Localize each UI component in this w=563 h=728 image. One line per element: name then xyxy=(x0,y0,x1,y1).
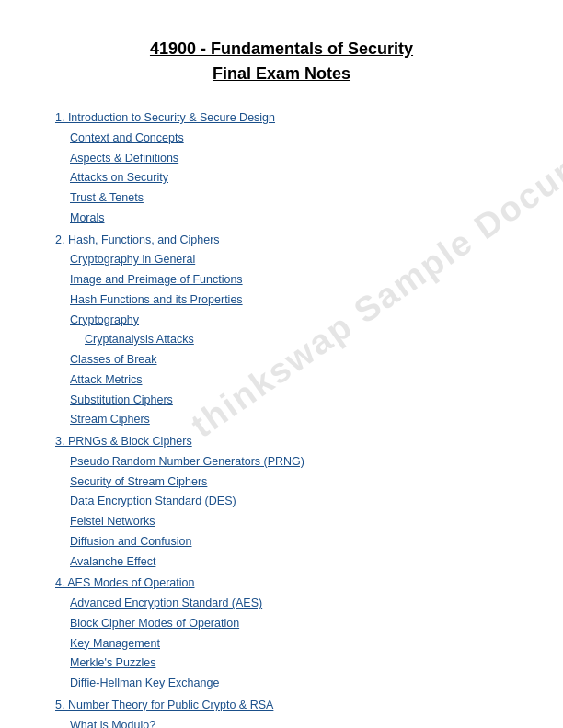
toc-section-5: 5. Number Theory for Public Crypto & RSA xyxy=(55,696,508,714)
list-item: Diffusion and Confusion xyxy=(55,532,508,551)
toc-link[interactable]: Hash Functions and its Properties xyxy=(70,293,243,306)
toc-link[interactable]: Image and Preimage of Functions xyxy=(70,273,243,286)
toc-section-4: 4. AES Modes of Operation xyxy=(55,574,508,592)
list-item: Avalanche Effect xyxy=(55,552,508,571)
list-item: Diffie-Hellman Key Exchange xyxy=(55,674,508,692)
list-item: Block Cipher Modes of Operation xyxy=(55,614,508,632)
list-item: Cryptanalysis Attacks xyxy=(55,330,508,348)
toc-section-3: 3. PRNGs & Block Ciphers xyxy=(55,432,508,450)
list-item: Attack Metrics xyxy=(55,370,508,389)
list-item: Hash Functions and its Properties xyxy=(55,290,508,309)
list-item: Cryptography xyxy=(55,311,508,329)
toc-link[interactable]: Cryptography in General xyxy=(70,253,195,266)
toc-section-3-link[interactable]: 3. PRNGs & Block Ciphers xyxy=(55,435,192,448)
table-of-contents: 1. Introduction to Security & Secure Des… xyxy=(55,108,508,728)
list-item: Morals xyxy=(55,209,508,227)
toc-section-2: 2. Hash, Functions, and Ciphers xyxy=(55,231,508,249)
list-item: Substitution Ciphers xyxy=(55,391,508,409)
toc-link[interactable]: Cryptography xyxy=(70,313,139,326)
list-item: Classes of Break xyxy=(55,350,508,369)
list-item: Image and Preimage of Functions xyxy=(55,270,508,289)
toc-link[interactable]: Classes of Break xyxy=(70,353,156,366)
title-line1: 41900 - Fundamentals of Security xyxy=(150,40,413,58)
list-item: Merkle's Puzzles xyxy=(55,654,508,672)
toc-link[interactable]: Diffusion and Confusion xyxy=(70,535,192,548)
list-item: Stream Ciphers xyxy=(55,410,508,428)
toc-section-2-link[interactable]: 2. Hash, Functions, and Ciphers xyxy=(55,233,220,246)
toc-section-5-link[interactable]: 5. Number Theory for Public Crypto & RSA xyxy=(55,699,273,711)
toc-link[interactable]: Attacks on Security xyxy=(70,171,168,184)
list-item: Feistel Networks xyxy=(55,512,508,530)
toc-link[interactable]: Key Management xyxy=(70,637,160,650)
list-item: Advanced Encryption Standard (AES) xyxy=(55,594,508,612)
toc-link[interactable]: Security of Stream Ciphers xyxy=(70,475,207,488)
list-item: Data Encryption Standard (DES) xyxy=(55,492,508,510)
toc-section-1-link[interactable]: 1. Introduction to Security & Secure Des… xyxy=(55,111,275,124)
list-item: Aspects & Definitions xyxy=(55,149,508,167)
toc-link[interactable]: Aspects & Definitions xyxy=(70,152,178,165)
title-line2: Final Exam Notes xyxy=(213,64,350,83)
toc-section-1: 1. Introduction to Security & Secure Des… xyxy=(55,108,508,127)
toc-link[interactable]: Pseudo Random Number Generators (PRNG) xyxy=(70,455,304,468)
toc-link[interactable]: Diffie-Hellman Key Exchange xyxy=(70,677,219,689)
toc-link[interactable]: Merkle's Puzzles xyxy=(70,656,155,669)
toc-link[interactable]: Substitution Ciphers xyxy=(70,393,173,406)
toc-link[interactable]: Avalanche Effect xyxy=(70,555,155,568)
list-item: Attacks on Security xyxy=(55,168,508,187)
toc-link[interactable]: Advanced Encryption Standard (AES) xyxy=(70,597,262,609)
list-item: Pseudo Random Number Generators (PRNG) xyxy=(55,452,508,471)
list-item: Context and Concepts xyxy=(55,129,508,147)
toc-link[interactable]: Attack Metrics xyxy=(70,373,143,386)
list-item: Cryptography in General xyxy=(55,250,508,268)
toc-link[interactable]: Feistel Networks xyxy=(70,515,155,528)
toc-link[interactable]: Morals xyxy=(70,211,105,224)
page-title: 41900 - Fundamentals of Security Final E… xyxy=(55,37,508,86)
toc-link[interactable]: Stream Ciphers xyxy=(70,413,150,426)
toc-link[interactable]: Context and Concepts xyxy=(70,131,184,144)
list-item: What is Modulo? xyxy=(55,716,508,729)
list-item: Security of Stream Ciphers xyxy=(55,472,508,491)
toc-section-4-link[interactable]: 4. AES Modes of Operation xyxy=(55,576,194,589)
page-container: 41900 - Fundamentals of Security Final E… xyxy=(0,0,563,728)
toc-link[interactable]: Data Encryption Standard (DES) xyxy=(70,495,236,507)
toc-link[interactable]: Trust & Tenets xyxy=(70,191,144,204)
list-item: Trust & Tenets xyxy=(55,188,508,207)
toc-link[interactable]: Cryptanalysis Attacks xyxy=(85,333,194,346)
toc-link[interactable]: Block Cipher Modes of Operation xyxy=(70,617,239,630)
list-item: Key Management xyxy=(55,634,508,653)
toc-link[interactable]: What is Modulo? xyxy=(70,719,155,729)
